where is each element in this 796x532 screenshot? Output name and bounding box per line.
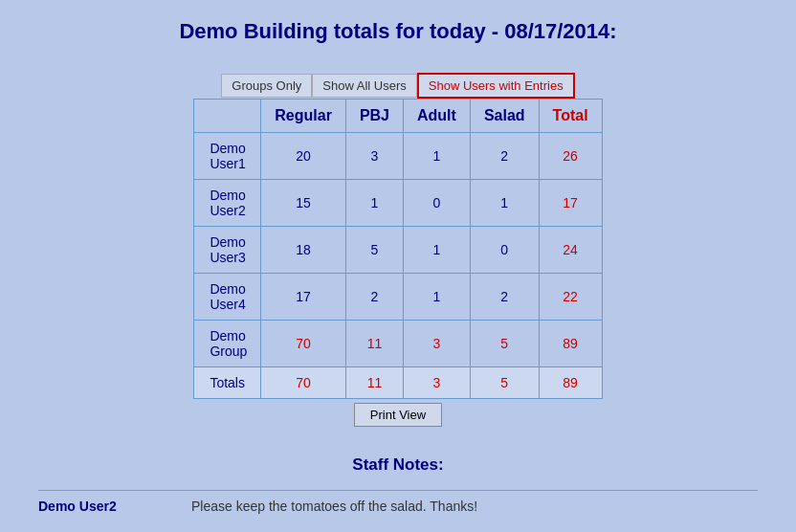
col-header-pbj: PBJ [345,100,403,133]
controls-area: Groups Only Show All Users Show Users wi… [221,73,574,99]
cell-totals-label: Totals [194,367,261,399]
cell-totals-salad: 5 [470,367,539,399]
staff-note-item: Demo User2Please keep the tomatoes off t… [38,490,758,521]
page-title: Demo Building totals for today - 08/17/2… [0,19,796,44]
tab-groups-only[interactable]: Groups Only [221,74,312,98]
cell-adult: 1 [404,133,471,180]
cell-salad: 2 [470,274,539,321]
table-wrapper: Groups Only Show All Users Show Users wi… [0,73,796,427]
col-header-total: Total [539,100,602,133]
cell-total: 89 [539,321,602,367]
cell-regular: 18 [261,227,346,274]
main-table: Regular PBJ Adult Salad Total Demo User1… [193,99,602,399]
cell-name: Demo User3 [194,227,261,274]
table-row: Demo User12031226 [194,133,602,180]
print-btn-area: Print View [354,403,442,427]
table-row: Demo User21510117 [194,180,602,227]
cell-regular: 20 [261,133,346,180]
cell-pbj: 3 [345,133,403,180]
table-row: Demo User31851024 [194,227,602,274]
cell-total: 22 [539,274,602,321]
cell-pbj: 11 [345,321,403,367]
cell-name: Demo User1 [194,133,261,180]
tab-show-users[interactable]: Show All Users [312,74,416,98]
totals-row: Totals70113589 [194,367,602,399]
cell-name: Demo User2 [194,180,261,227]
cell-total: 24 [539,227,602,274]
staff-note-text: Please keep the tomatoes off the salad. … [191,499,477,514]
cell-totals-regular: 70 [261,367,346,399]
cell-salad: 0 [470,227,539,274]
cell-salad: 2 [470,133,539,180]
cell-pbj: 2 [345,274,403,321]
cell-total: 17 [539,180,602,227]
cell-salad: 5 [470,321,539,367]
staff-notes-title: Staff Notes: [38,455,758,475]
staff-note-user: Demo User2 [38,499,172,514]
page-container: Demo Building totals for today - 08/17/2… [0,0,796,532]
cell-name: Demo User4 [194,274,261,321]
cell-total: 26 [539,133,602,180]
cell-salad: 1 [470,180,539,227]
cell-regular: 17 [261,274,346,321]
col-header-adult: Adult [404,100,471,133]
cell-regular: 70 [261,321,346,367]
cell-totals-adult: 3 [404,367,471,399]
col-header-regular: Regular [261,100,346,133]
cell-pbj: 5 [345,227,403,274]
cell-adult: 0 [404,180,471,227]
cell-name: Demo Group [194,321,261,367]
cell-adult: 3 [404,321,471,367]
print-view-button[interactable]: Print View [354,403,442,427]
tab-show-users-entries[interactable]: Show Users with Entries [417,73,575,99]
cell-adult: 1 [404,227,471,274]
col-header-name [194,100,261,133]
table-row: Demo User41721222 [194,274,602,321]
staff-notes-list: Demo User2Please keep the tomatoes off t… [38,490,758,521]
cell-totals-total: 89 [539,367,602,399]
cell-totals-pbj: 11 [345,367,403,399]
cell-adult: 1 [404,274,471,321]
cell-regular: 15 [261,180,346,227]
table-row: Demo Group70113589 [194,321,602,367]
staff-notes-section: Staff Notes: Demo User2Please keep the t… [0,455,796,521]
cell-pbj: 1 [345,180,403,227]
table-header-row: Regular PBJ Adult Salad Total [194,100,602,133]
col-header-salad: Salad [470,100,539,133]
